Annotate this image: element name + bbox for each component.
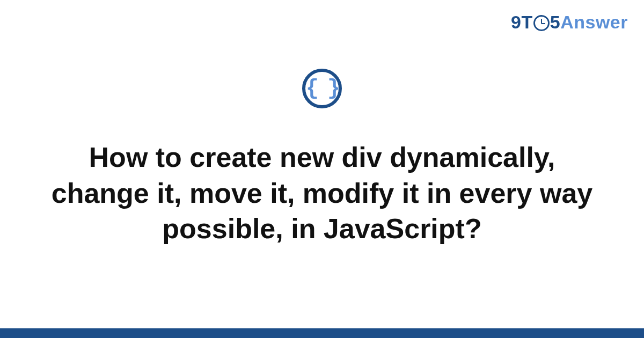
logo-text-5: 5 [550, 12, 560, 33]
clock-icon [533, 15, 550, 31]
logo-text-9t: 9T [511, 12, 533, 33]
code-braces-icon: { } [302, 69, 342, 108]
page-root: 9T 5 Answer { } How to create new div dy… [0, 0, 644, 338]
logo-text-answer: Answer [560, 12, 628, 33]
question-title: How to create new div dynamically, chang… [48, 139, 596, 247]
site-logo: 9T 5 Answer [511, 12, 628, 33]
footer-accent-bar [0, 328, 644, 338]
topic-icon-container: { } [302, 69, 342, 108]
